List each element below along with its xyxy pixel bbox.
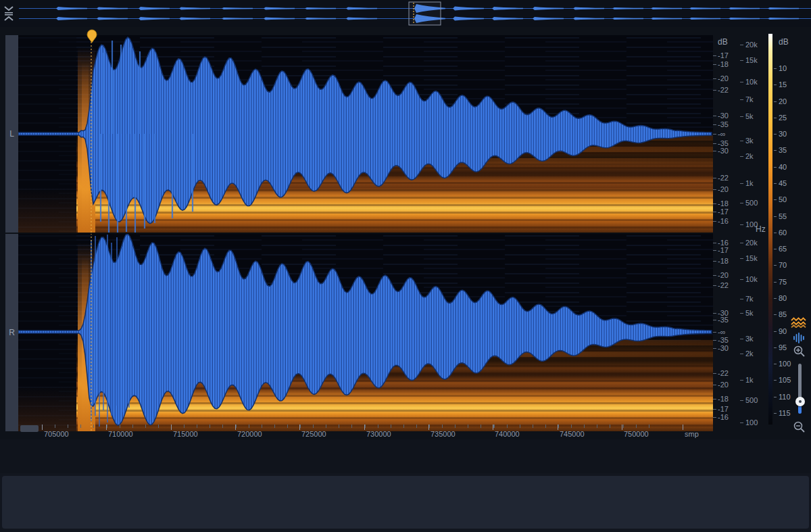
spectrogram-waveform-left[interactable] xyxy=(18,35,713,233)
freq-tick-label: 10k xyxy=(745,275,758,283)
amp-tick-label: -18 xyxy=(718,395,729,403)
amp-tick-label: -20 xyxy=(718,271,729,279)
freq-tick-label: 20k xyxy=(745,239,758,247)
overview-minimap[interactable] xyxy=(0,0,811,27)
colorbar-tick-label: 90 xyxy=(779,327,787,335)
freq-tick-label: 100 xyxy=(745,418,758,427)
amp-tick-label: -30 xyxy=(718,344,729,352)
freq-tick-label: 2k xyxy=(745,152,754,160)
amp-tick-label: -20 xyxy=(718,185,729,193)
freq-tick-label: 5k xyxy=(745,112,754,120)
amp-tick-label: -22 xyxy=(718,86,729,94)
channel-label-left: L xyxy=(5,129,18,139)
colorbar-tick-label: 15 xyxy=(779,80,787,89)
amp-tick-label: -20 xyxy=(718,381,729,389)
spectrogram-icon[interactable] xyxy=(791,317,807,328)
amp-tick-label: -17 xyxy=(718,246,729,254)
colorbar-tick-label: 35 xyxy=(779,146,787,154)
colorbar-db-header: dB xyxy=(779,37,789,47)
spectrogram-colorbar xyxy=(768,34,772,425)
colorbar-tick-label: 40 xyxy=(779,163,787,171)
amp-tick-label: -16 xyxy=(718,413,729,421)
collapse-overview-icon[interactable] xyxy=(3,6,14,21)
amp-tick-label: -30 xyxy=(718,112,729,120)
time-axis-unit: smp xyxy=(683,430,699,438)
status-bar: samples 708536 xyxy=(0,473,811,532)
colorbar-tick-label: 25 xyxy=(779,114,787,122)
spectrogram-waveform-right[interactable] xyxy=(18,233,713,431)
amp-tick-label: -22 xyxy=(718,281,729,289)
colorbar-tick-label: 110 xyxy=(779,393,791,401)
amp-tick-label: -35 xyxy=(718,336,729,344)
freq-tick-label: 500 xyxy=(745,199,758,207)
amp-tick-label: -18 xyxy=(718,199,729,208)
colorbar-tick-label: 85 xyxy=(779,310,787,318)
freq-tick-label: 15k xyxy=(745,56,758,64)
amp-tick-label: -18 xyxy=(718,257,729,265)
amp-tick-label: -17 xyxy=(718,405,729,413)
freq-tick-label: 15k xyxy=(745,254,758,262)
colorbar-tick-label: 20 xyxy=(779,97,787,105)
colorbar-tick-label: 50 xyxy=(779,195,787,203)
colorbar-tick-label: 10 xyxy=(779,64,787,72)
amp-tick-label: -17 xyxy=(718,51,729,59)
channel-divider xyxy=(18,233,713,234)
rx-audio-editor-window: L R -17-18-20-22-30- xyxy=(0,0,811,532)
channel-label-right: R xyxy=(5,328,18,337)
colorbar-tick-label: 80 xyxy=(779,294,787,302)
freq-scale-hz-label: Hz xyxy=(756,224,766,234)
waveform-icon[interactable] xyxy=(793,333,806,343)
freq-tick-label: 2k xyxy=(745,349,754,358)
status-panel xyxy=(2,476,809,529)
freq-tick-label: 5k xyxy=(745,309,754,317)
amp-tick-label: -∞ xyxy=(718,130,726,138)
colorbar-tick-label: 30 xyxy=(779,130,787,138)
vertical-zoom-slider-thumb[interactable] xyxy=(795,397,805,406)
colorbar-tick-label: 115 xyxy=(779,409,791,417)
time-axis-minor-ticks xyxy=(42,425,650,428)
freq-tick-label: 7k xyxy=(745,95,754,103)
axis-corner-handle[interactable] xyxy=(20,425,39,432)
vertical-zoom-out-icon[interactable] xyxy=(793,420,806,434)
amp-tick-label: -16 xyxy=(718,239,729,247)
colorbar-tick-label: 95 xyxy=(779,343,787,352)
colorbar-tick-label: 75 xyxy=(779,278,787,286)
vertical-zoom-in-icon[interactable] xyxy=(793,345,806,358)
colorbar-tick-label: 55 xyxy=(779,212,787,220)
freq-tick-label: 500 xyxy=(745,396,758,404)
amp-tick-label: -17 xyxy=(718,208,729,216)
freq-tick-label: 1k xyxy=(745,376,754,384)
amp-tick-label: -35 xyxy=(718,120,729,128)
amp-tick-label: -22 xyxy=(718,369,729,377)
playhead-marker[interactable] xyxy=(85,28,99,43)
colorbar-tick-label: 45 xyxy=(779,179,787,187)
colorbar-tick-label: 105 xyxy=(779,376,791,384)
amp-tick-label: -35 xyxy=(718,316,729,324)
colorbar-tick-label: 65 xyxy=(779,245,787,253)
amp-tick-label: -35 xyxy=(718,139,729,147)
freq-tick-label: 7k xyxy=(745,295,754,303)
freq-tick-label: 1k xyxy=(745,179,754,187)
colorbar-tick-label: 70 xyxy=(779,261,787,269)
channel-strip-left[interactable]: L xyxy=(5,35,19,233)
amp-tick-label: -18 xyxy=(718,60,729,68)
colorbar-tick-label: 100 xyxy=(779,360,791,368)
amp-tick-label: -22 xyxy=(718,174,729,182)
toolbar: Instant process Attenuate xyxy=(0,439,811,473)
channel-strip-right[interactable]: R xyxy=(5,234,19,431)
amp-tick-label: -∞ xyxy=(718,328,726,336)
amp-tick-label: -30 xyxy=(718,147,729,155)
freq-tick-label: 3k xyxy=(745,335,754,343)
colorbar-tick-label: 60 xyxy=(779,228,787,237)
freq-tick-label: 10k xyxy=(745,78,758,86)
amp-tick-label: -20 xyxy=(718,74,729,82)
freq-tick-label: 3k xyxy=(745,137,754,145)
freq-tick-label: 20k xyxy=(745,41,758,49)
amp-tick-label: -16 xyxy=(718,217,729,225)
amp-tick-label: -30 xyxy=(718,309,729,317)
amp-scale-db-header: dB xyxy=(718,37,728,47)
